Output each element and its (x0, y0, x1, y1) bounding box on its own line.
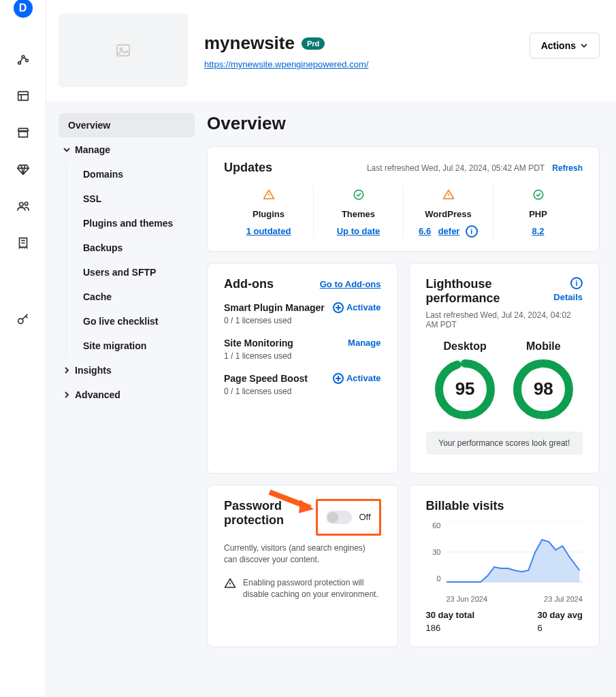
receipt-icon[interactable] (16, 236, 31, 253)
sidebar-item-migration[interactable]: Site migration (65, 334, 195, 358)
visits-avg-label: 30 day avg (538, 610, 583, 620)
sidebar-label: Manage (75, 144, 110, 155)
network-icon[interactable] (16, 52, 31, 69)
sidebar-item-domains[interactable]: Domains (65, 162, 195, 187)
password-toggle[interactable] (326, 510, 352, 524)
password-desc: Currently, visitors (and search engines)… (224, 542, 381, 566)
gauge-score: 98 (512, 358, 574, 421)
addons-link[interactable]: Go to Add-ons (320, 279, 381, 289)
plus-icon (333, 373, 344, 384)
sidebar-item-advanced[interactable]: Advanced (59, 383, 195, 407)
x-tick: 23 Jun 2024 (447, 595, 488, 603)
layout-icon[interactable] (16, 88, 31, 106)
site-url-link[interactable]: https://mynewsite.wpenginepowered.com/ (204, 59, 368, 69)
sidebar-item-manage[interactable]: Manage (59, 137, 195, 162)
warning-icon (224, 577, 236, 589)
lighthouse-title: Lighthouse performance (426, 277, 554, 306)
env-badge: Prd (302, 37, 325, 50)
update-label: Plugins (229, 209, 308, 219)
update-col-php: PHP 8.2 (493, 186, 583, 238)
performance-message: Your performance scores look great! (426, 432, 583, 455)
sidebar-item-cache[interactable]: Cache (65, 285, 195, 309)
site-title: mynewsite (204, 33, 295, 54)
y-tick: 30 (426, 548, 441, 556)
update-defer-link[interactable]: defer (438, 226, 460, 236)
updates-refreshed: Last refreshed Wed, Jul 24, 2024, 05:42 … (367, 163, 545, 173)
update-value-link[interactable]: Up to date (337, 226, 380, 236)
gauge-score: 95 (434, 358, 496, 421)
highlighted-toggle: Off (316, 499, 380, 536)
sidebar-nav: Overview Manage Domains SSL Plugins and … (59, 113, 195, 658)
addon-name: Site Monitoring (224, 338, 293, 348)
update-value-link[interactable]: 8.2 (532, 226, 544, 236)
actions-button[interactable]: Actions (530, 33, 600, 59)
logo-icon[interactable]: D (14, 0, 33, 18)
sidebar-item-golive[interactable]: Go live checklist (65, 309, 195, 334)
password-warn: Enabling password protection will disabl… (243, 577, 381, 600)
gauge-mobile: Mobile 98 (512, 340, 574, 421)
chevron-down-icon (580, 42, 588, 50)
visits-card: Billable visits 60 30 0 (409, 485, 600, 647)
visits-total-value: 186 (426, 623, 475, 633)
gauge-label: Desktop (434, 340, 496, 353)
sidebar-label: Advanced (75, 389, 120, 400)
addon-row: Smart Plugin Manager Activate 0 / 1 lice… (224, 302, 381, 325)
visits-chart: 60 30 0 (426, 521, 583, 603)
update-label: WordPress (409, 209, 487, 219)
activate-button[interactable]: Activate (333, 373, 381, 384)
visits-total-label: 30 day total (426, 610, 475, 620)
left-rail: D (0, 0, 46, 697)
update-label: PHP (499, 209, 577, 219)
y-tick: 60 (426, 521, 441, 530)
svg-point-9 (354, 190, 363, 199)
gauge-label: Mobile (512, 340, 574, 353)
warning-icon (263, 189, 275, 201)
details-link[interactable]: Details (553, 292, 583, 302)
sidebar-item-overview[interactable]: Overview (59, 113, 195, 137)
lighthouse-refreshed: Last refreshed Wed, Jul 24, 2024, 04:02 … (426, 310, 583, 329)
warning-icon (442, 189, 455, 201)
info-icon[interactable]: i (466, 225, 478, 238)
diamond-icon[interactable] (16, 162, 31, 180)
key-icon[interactable] (16, 312, 31, 329)
users-icon[interactable] (16, 199, 31, 216)
page-title: Overview (207, 113, 600, 134)
toggle-label: Off (359, 512, 370, 522)
store-icon[interactable] (16, 125, 31, 143)
addon-sub: 1 / 1 licenses used (224, 351, 381, 361)
arrow-annotation-icon (266, 489, 321, 516)
actions-label: Actions (541, 40, 576, 51)
addons-title: Add-ons (224, 277, 274, 291)
visits-avg-value: 6 (538, 623, 583, 633)
update-value-link[interactable]: 1 outdated (246, 226, 291, 236)
addon-name: Smart Plugin Manager (224, 302, 325, 313)
update-value-link[interactable]: 6.6 (419, 226, 431, 236)
gauge-desktop: Desktop 95 (434, 340, 496, 421)
x-tick: 23 Jul 2024 (544, 595, 583, 603)
svg-point-6 (18, 319, 22, 323)
activate-button[interactable]: Activate (333, 302, 381, 313)
manage-button[interactable]: Manage (348, 338, 380, 348)
lighthouse-card: Lighthouse performance i Details Last re… (409, 263, 600, 474)
info-icon[interactable]: i (570, 277, 583, 289)
sidebar-item-insights[interactable]: Insights (59, 358, 195, 383)
sidebar-item-ssl[interactable]: SSL (65, 187, 195, 211)
svg-point-5 (25, 202, 28, 206)
svg-rect-7 (117, 45, 129, 56)
addon-sub: 0 / 1 licenses used (224, 316, 381, 325)
refresh-link[interactable]: Refresh (552, 163, 583, 173)
password-card: Password protection Off Currently, visit… (207, 485, 398, 647)
sidebar-item-users-sftp[interactable]: Users and SFTP (65, 260, 195, 285)
addon-row: Site Monitoring Manage 1 / 1 licenses us… (224, 338, 381, 361)
updates-card: Updates Last refreshed Wed, Jul 24, 2024… (207, 146, 600, 252)
addons-card: Add-ons Go to Add-ons Smart Plugin Manag… (207, 263, 398, 474)
sidebar-item-backups[interactable]: Backups (65, 236, 195, 260)
svg-point-10 (534, 190, 543, 199)
visits-title: Billable visits (426, 499, 583, 513)
addon-sub: 0 / 1 licenses used (224, 387, 381, 396)
check-circle-icon (353, 189, 365, 201)
update-col-plugins: Plugins 1 outdated (224, 186, 314, 238)
chevron-down-icon (63, 146, 71, 154)
sidebar-item-plugins[interactable]: Plugins and themes (65, 211, 195, 236)
svg-point-4 (19, 203, 23, 207)
